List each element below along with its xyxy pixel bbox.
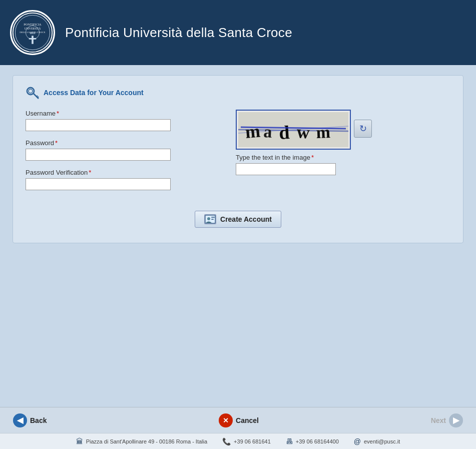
create-account-label: Create Account	[220, 215, 272, 223]
account-form-panel: Access Data for Your Account Username* P…	[13, 75, 463, 243]
svg-line-12	[37, 96, 38, 97]
create-account-icon	[204, 214, 216, 224]
password-verify-input[interactable]	[26, 178, 171, 190]
address-icon: 🏛	[76, 437, 83, 445]
password-verify-group: Password Verification*	[26, 169, 216, 190]
captcha-refresh-button[interactable]: ↻	[354, 120, 372, 138]
svg-point-10	[29, 89, 33, 93]
back-label: Back	[30, 416, 47, 424]
password-label: Password*	[26, 139, 216, 147]
email-icon: @	[354, 437, 361, 445]
captcha-label-group: Type the text in the image*	[236, 154, 336, 175]
footer-phone1-item: 📞 +39 06 681641	[222, 437, 271, 445]
cancel-label: Cancel	[236, 416, 259, 424]
username-group: Username*	[26, 110, 216, 131]
page-header: PONTIFICIA UNIVERSITÀ DELLA SANTA CROCE …	[0, 0, 476, 65]
footer-email-item: @ eventi@pusc.it	[354, 437, 400, 445]
footer-phone2: +39 06 68164400	[296, 438, 339, 444]
next-button: Next ▶	[428, 412, 466, 428]
svg-rect-26	[211, 217, 215, 218]
svg-text:m: m	[244, 121, 261, 142]
form-right-column: m a d w m ↻ Type the text in the image	[236, 110, 372, 175]
svg-text:w: w	[296, 122, 310, 143]
svg-point-14	[27, 87, 35, 95]
main-content: Access Data for Your Account Username* P…	[0, 65, 476, 407]
key-icon	[26, 86, 40, 100]
university-logo: PONTIFICIA UNIVERSITÀ DELLA SANTA CROCE …	[10, 10, 55, 55]
next-icon: ▶	[449, 413, 463, 427]
username-label: Username*	[26, 110, 216, 117]
password-input[interactable]	[26, 149, 171, 161]
svg-text:m: m	[316, 123, 331, 142]
bottom-navigation: ◀ Back ✕ Cancel Next ▶	[0, 407, 476, 433]
section-header: Access Data for Your Account	[26, 86, 450, 100]
footer-address-item: 🏛 Piazza di Sant'Apollinare 49 - 00186 R…	[76, 437, 207, 445]
svg-line-13	[38, 97, 39, 98]
captcha-label: Type the text in the image*	[236, 154, 314, 161]
page-footer: 🏛 Piazza di Sant'Apollinare 49 - 00186 R…	[0, 433, 476, 449]
svg-point-25	[207, 217, 210, 220]
password-verify-required: *	[89, 169, 91, 176]
university-name: Pontificia Università della Santa Croce	[65, 25, 292, 41]
create-account-button[interactable]: Create Account	[195, 211, 281, 228]
svg-text:UNIVERSITÀ: UNIVERSITÀ	[25, 27, 41, 30]
svg-text:IHS: IHS	[30, 31, 36, 35]
username-input[interactable]	[26, 119, 171, 131]
password-group: Password*	[26, 139, 216, 161]
phone2-icon: 🖷	[286, 437, 293, 445]
phone1-icon: 📞	[222, 437, 231, 445]
captcha-input[interactable]	[236, 163, 336, 175]
captcha-area: m a d w m ↻	[236, 110, 372, 150]
back-icon: ◀	[13, 413, 27, 427]
section-title: Access Data for Your Account	[44, 89, 144, 97]
username-required: *	[57, 110, 59, 117]
password-verify-label: Password Verification*	[26, 169, 216, 176]
next-label: Next	[431, 416, 446, 424]
form-left-column: Username* Password* Password Verificatio…	[26, 110, 216, 198]
cancel-icon: ✕	[219, 413, 233, 427]
svg-rect-5	[32, 36, 34, 44]
footer-phone1: +39 06 681641	[234, 438, 271, 444]
create-account-area: Create Account	[26, 211, 450, 228]
svg-point-9	[27, 88, 34, 95]
footer-address: Piazza di Sant'Apollinare 49 - 00186 Rom…	[86, 438, 207, 444]
captcha-image: m a d w m	[236, 110, 351, 150]
form-body: Username* Password* Password Verificatio…	[26, 110, 450, 198]
footer-phone2-item: 🖷 +39 06 68164400	[286, 437, 339, 445]
footer-email: eventi@pusc.it	[364, 438, 400, 444]
svg-text:a: a	[263, 122, 273, 141]
cancel-button[interactable]: ✕ Cancel	[216, 412, 262, 428]
password-required: *	[55, 139, 58, 147]
captcha-required: *	[311, 154, 314, 161]
svg-rect-27	[211, 219, 214, 220]
back-button[interactable]: ◀ Back	[10, 412, 50, 428]
svg-text:d: d	[278, 122, 290, 143]
